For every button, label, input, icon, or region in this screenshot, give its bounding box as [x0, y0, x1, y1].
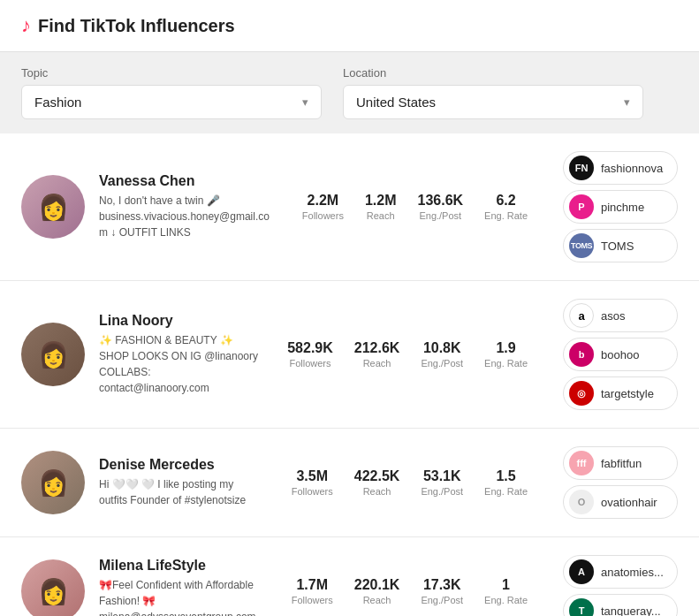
location-chevron-icon: ▾ — [624, 95, 630, 109]
stat-label: Reach — [365, 210, 397, 221]
brand-logo: a — [569, 303, 594, 328]
brand-tag[interactable]: bboohoo — [563, 338, 678, 371]
brand-logo: fff — [569, 451, 594, 475]
topic-chevron-icon: ▾ — [302, 95, 308, 109]
stat-item: 1Eng. Rate — [484, 577, 528, 605]
stat-value: 1.7M — [292, 577, 333, 593]
influencer-stats: 1.7MFollowers220.1KReach17.3KEng./Post1E… — [292, 577, 528, 605]
filters-bar: Topic Fashion ▾ Location United States ▾ — [0, 52, 699, 133]
stat-item: 136.6KEng./Post — [417, 193, 463, 221]
influencer-row: 👩Denise MercedesHi 🤍🤍 🤍 I like posting m… — [0, 429, 699, 537]
brand-name: pinchme — [601, 201, 644, 214]
influencer-name[interactable]: Denise Mercedes — [99, 457, 263, 473]
brand-name: anatomies... — [601, 566, 664, 579]
results-list: 👩Vanessa ChenNo, I don't have a twin 🎤 b… — [0, 133, 699, 616]
stat-item: 1.2MReach — [365, 193, 397, 221]
stat-value: 136.6K — [417, 193, 463, 209]
brand-logo: T — [569, 598, 594, 616]
brand-logo: P — [569, 194, 594, 219]
brand-name: asos — [601, 309, 625, 323]
brand-name: TOMS — [601, 240, 634, 253]
brand-tag[interactable]: TOMSTOMS — [563, 229, 678, 262]
brand-tag[interactable]: aasos — [563, 299, 678, 332]
influencer-name[interactable]: Milena LifeStyle — [99, 558, 263, 574]
stat-label: Followers — [292, 486, 333, 497]
avatar: 👩 — [21, 451, 85, 514]
stat-value: 422.5K — [354, 468, 400, 484]
brand-tag[interactable]: Ttanqueray... — [563, 594, 678, 616]
influencer-row: 👩Lina Noory✨ FASHION & BEAUTY ✨ SHOP LOO… — [0, 281, 699, 429]
stat-item: 53.1KEng./Post — [421, 468, 463, 497]
avatar: 👩 — [21, 175, 85, 239]
brand-name: ovationhair — [601, 496, 657, 509]
brand-logo: A — [569, 559, 594, 584]
brand-tag[interactable]: Aanatomies... — [563, 555, 678, 589]
avatar: 👩 — [21, 323, 85, 386]
topic-label: Topic — [21, 66, 322, 80]
stat-item: 17.3KEng./Post — [421, 577, 463, 605]
stat-value: 1 — [484, 577, 528, 593]
stat-label: Reach — [354, 595, 400, 605]
stat-item: 422.5KReach — [354, 468, 400, 497]
location-select[interactable]: United States ▾ — [343, 85, 643, 119]
stat-label: Eng./Post — [421, 595, 463, 605]
brand-tag[interactable]: Ppinchme — [563, 190, 678, 224]
brand-name: targetstyle — [601, 387, 654, 400]
brand-logo: b — [569, 342, 594, 367]
tiktok-icon: ♪ — [21, 14, 31, 37]
stat-value: 1.2M — [365, 193, 397, 209]
brand-name: tanqueray... — [601, 605, 661, 617]
title-text: Find TikTok Influencers — [38, 16, 235, 36]
brand-name: fashionnova — [601, 162, 663, 175]
brand-tag[interactable]: FNfashionnova — [563, 151, 678, 185]
influencer-stats: 3.5MFollowers422.5KReach53.1KEng./Post1.… — [292, 468, 528, 497]
brand-logo: FN — [569, 156, 594, 180]
influencer-bio: 🎀Feel Confident with Affordable Fashion!… — [99, 577, 263, 616]
stat-value: 1.5 — [484, 468, 528, 484]
stat-value: 17.3K — [421, 577, 463, 593]
avatar: 👩 — [21, 559, 85, 616]
stat-value: 212.6K — [354, 340, 400, 356]
stat-label: Followers — [287, 358, 333, 369]
page-title: ♪ Find TikTok Influencers — [21, 14, 678, 37]
brand-name: boohoo — [601, 348, 639, 361]
stat-item: 1.7MFollowers — [292, 577, 333, 605]
influencer-row: 👩Vanessa ChenNo, I don't have a twin 🎤 b… — [0, 133, 699, 281]
stat-label: Reach — [354, 358, 400, 369]
stat-value: 1.9 — [484, 340, 528, 356]
brand-logo: ◎ — [569, 381, 594, 406]
brand-list: FNfashionnovaPpinchmeTOMSTOMS — [563, 151, 678, 262]
stat-label: Eng. Rate — [484, 358, 528, 369]
location-filter: Location United States ▾ — [343, 66, 643, 119]
location-value: United States — [356, 95, 436, 110]
influencer-stats: 582.9KFollowers212.6KReach10.8KEng./Post… — [287, 340, 528, 369]
brand-list: Aanatomies...Ttanqueray... — [563, 555, 678, 616]
stat-item: 2.2MFollowers — [302, 193, 344, 221]
header: ♪ Find TikTok Influencers — [0, 0, 699, 52]
stat-label: Eng. Rate — [484, 210, 528, 221]
stat-item: 1.9Eng. Rate — [484, 340, 528, 369]
stat-value: 53.1K — [421, 468, 463, 484]
topic-filter: Topic Fashion ▾ — [21, 66, 322, 119]
influencer-row: 👩Milena LifeStyle🎀Feel Confident with Af… — [0, 537, 699, 616]
stat-item: 1.5Eng. Rate — [484, 468, 528, 497]
stat-label: Eng./Post — [417, 210, 463, 221]
brand-tag[interactable]: ffffabfitfun — [563, 446, 678, 480]
influencer-name[interactable]: Lina Noory — [99, 313, 259, 329]
stat-item: 3.5MFollowers — [292, 468, 333, 497]
influencer-stats: 2.2MFollowers1.2MReach136.6KEng./Post6.2… — [302, 193, 528, 221]
brand-tag[interactable]: ◎targetstyle — [563, 376, 678, 410]
stat-label: Eng./Post — [421, 486, 463, 497]
stat-label: Followers — [302, 210, 344, 221]
influencer-name[interactable]: Vanessa Chen — [99, 173, 274, 189]
brand-logo: TOMS — [569, 233, 594, 258]
stat-label: Eng. Rate — [484, 486, 528, 497]
influencer-bio: No, I don't have a twin 🎤 business.vivac… — [99, 193, 274, 240]
stat-item: 212.6KReach — [354, 340, 400, 369]
influencer-info: Vanessa ChenNo, I don't have a twin 🎤 bu… — [99, 173, 274, 240]
topic-value: Fashion — [34, 95, 81, 110]
topic-select[interactable]: Fashion ▾ — [21, 85, 322, 119]
influencer-bio: Hi 🤍🤍 🤍 I like posting my outfits Founde… — [99, 476, 263, 508]
brand-tag[interactable]: Oovationhair — [563, 485, 678, 519]
stat-value: 2.2M — [302, 193, 344, 209]
